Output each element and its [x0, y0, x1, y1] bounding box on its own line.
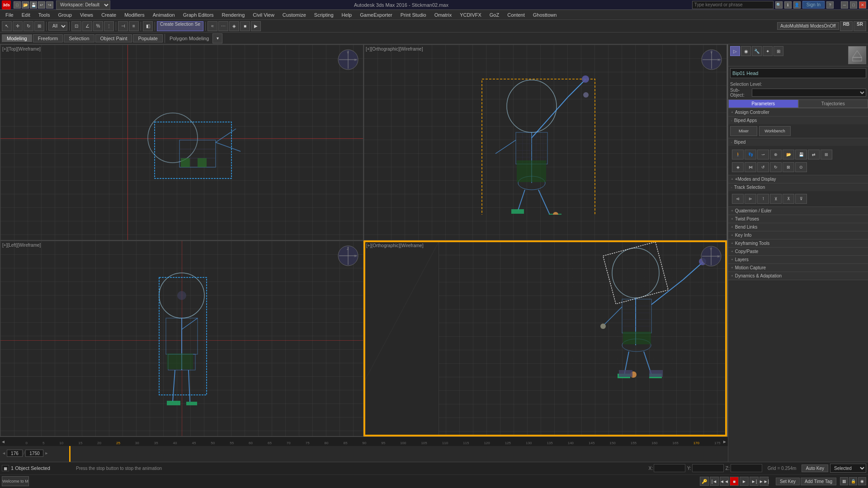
- viewport-topright[interactable]: [+][Orthographic][Wireframe]: [363, 44, 727, 240]
- menu-rendering[interactable]: Rendering: [218, 11, 249, 19]
- menu-omatrix[interactable]: Omatrix: [431, 11, 456, 19]
- menu-gameexporter[interactable]: GameExporter: [356, 11, 396, 19]
- y-input[interactable]: [692, 464, 724, 472]
- add-time-tag-btn[interactable]: Add Time Tag: [801, 478, 836, 485]
- section-header-twist[interactable]: + Twist Poses: [728, 215, 868, 223]
- tab-populate[interactable]: Populate: [133, 34, 162, 42]
- minimize-btn[interactable]: ─: [841, 1, 848, 9]
- search-btn[interactable]: 🔍: [775, 1, 783, 9]
- info-icon[interactable]: ℹ: [784, 1, 792, 9]
- workbench-btn[interactable]: Workbench: [759, 126, 791, 136]
- menu-animation[interactable]: Animation: [149, 11, 179, 19]
- create-icon-btn[interactable]: ✦: [763, 46, 773, 56]
- last-frame-btn[interactable]: ►►|: [760, 477, 769, 486]
- sub-menu-btn[interactable]: ▾: [212, 33, 222, 43]
- play-btn[interactable]: ►: [740, 477, 749, 486]
- menu-scripting[interactable]: Scripting: [311, 11, 337, 19]
- snap-btn[interactable]: ⊞: [821, 150, 832, 160]
- spinner-snap[interactable]: ⋮: [104, 21, 114, 31]
- snap-toggle[interactable]: ⊡: [71, 21, 81, 31]
- section-header-bend[interactable]: + Bend Links: [728, 223, 868, 231]
- section-header-track[interactable]: - Track Selection: [728, 183, 868, 191]
- open-btn[interactable]: 📂: [22, 1, 29, 9]
- mat-editor[interactable]: ◈: [229, 21, 239, 31]
- viewport-bottomleft[interactable]: [+][Left][Wireframe]: [0, 240, 363, 436]
- menu-tools[interactable]: Tools: [35, 11, 54, 19]
- menu-edit[interactable]: Edit: [18, 11, 34, 19]
- curve-editor[interactable]: ≈: [208, 21, 217, 31]
- tab-modeling[interactable]: Modeling: [2, 34, 32, 42]
- close-btn[interactable]: ✕: [859, 1, 866, 9]
- scale-btn[interactable]: ⊞: [34, 21, 44, 31]
- menu-create[interactable]: Create: [98, 11, 120, 19]
- sign-in-btn[interactable]: Sign In: [802, 1, 825, 9]
- select-btn[interactable]: ↖: [2, 21, 12, 31]
- total-frames-input[interactable]: [25, 450, 43, 457]
- section-header-layers[interactable]: + Layers: [728, 256, 868, 263]
- viewport-bottomright[interactable]: [+][Orthographic][Wireframe]: [363, 240, 727, 436]
- footstep-btn[interactable]: 👣: [745, 150, 756, 160]
- rb-btn[interactable]: RB: [840, 21, 853, 31]
- isolate-sel-btn[interactable]: ◉: [858, 477, 866, 485]
- biped-btn-r5[interactable]: ⊠: [783, 162, 794, 172]
- timeline-ruler[interactable]: ◄ 0 5 10 15 20 25 30 35: [0, 437, 728, 446]
- render-scene[interactable]: ■: [240, 21, 250, 31]
- menu-modifiers[interactable]: Modifiers: [121, 11, 148, 19]
- menu-customize[interactable]: Customize: [279, 11, 310, 19]
- track-btn-6[interactable]: ⊽: [795, 194, 807, 204]
- reference-coord-dropdown[interactable]: All: [48, 22, 67, 31]
- vp-label-topright[interactable]: [+][Orthographic][Wireframe]: [366, 47, 423, 52]
- prev-frame-btn[interactable]: ◄: [2, 451, 6, 455]
- key-filter-dropdown[interactable]: Selected: [830, 464, 866, 473]
- prev-key-btn[interactable]: |◄: [710, 477, 719, 486]
- next-key-btn[interactable]: ►|: [750, 477, 759, 486]
- biped-btn-r3[interactable]: ↺: [757, 162, 769, 172]
- auto-key-btn[interactable]: Auto Key: [802, 465, 828, 472]
- track-btn-4[interactable]: ⊻: [770, 194, 782, 204]
- track-btn-1[interactable]: ⊲: [732, 194, 744, 204]
- tab-freeform[interactable]: Freeform: [33, 34, 63, 42]
- mixer-mode-btn[interactable]: ⊕: [770, 150, 782, 160]
- menu-file[interactable]: File: [2, 11, 17, 19]
- biped-btn-r2[interactable]: ⋈: [745, 162, 756, 172]
- track-btn-2[interactable]: ⊳: [745, 194, 756, 204]
- create-selection-btn[interactable]: Create Selection Se: [157, 21, 203, 31]
- move-btn[interactable]: ✛: [13, 21, 23, 31]
- key-mode-btn[interactable]: 🔑: [700, 477, 709, 486]
- tab-object-paint[interactable]: Object Paint: [95, 34, 132, 42]
- figure-mode-btn[interactable]: 🚶: [732, 150, 744, 160]
- menu-graph-editors[interactable]: Graph Editors: [179, 11, 217, 19]
- timeline-left-arrow[interactable]: ◄: [1, 439, 5, 444]
- menu-ghostown[interactable]: Ghosttown: [529, 11, 561, 19]
- search-input[interactable]: [692, 1, 774, 9]
- menu-print-studio[interactable]: Print Studio: [397, 11, 430, 19]
- section-header-dynamics[interactable]: + Dynamics & Adaptation: [728, 272, 868, 280]
- rotate-btn[interactable]: ↻: [24, 21, 33, 31]
- stop-btn[interactable]: ■: [730, 477, 739, 486]
- modes-btn[interactable]: AutoMultiMatti ModesOnOff: [777, 22, 839, 30]
- biped-btn-r4[interactable]: ↻: [770, 162, 782, 172]
- tab-selection[interactable]: Selection: [64, 34, 94, 42]
- viewport-topleft[interactable]: [+][Top][Wireframe]: [0, 44, 363, 240]
- section-header-motion[interactable]: + Motion Capture: [728, 264, 868, 272]
- timeline-track[interactable]: ◄ / ►: [0, 446, 728, 462]
- viewport-lock-btn[interactable]: 🔒: [849, 477, 857, 485]
- menu-goz[interactable]: GoZ: [486, 11, 503, 19]
- schematic-view[interactable]: ⋯: [218, 21, 228, 31]
- vp-label-topleft[interactable]: [+][Top][Wireframe]: [2, 47, 41, 52]
- section-header-keyinfo[interactable]: + Key Info: [728, 231, 868, 239]
- percent-snap[interactable]: %: [93, 21, 103, 31]
- z-input[interactable]: [731, 464, 762, 472]
- mixer-btn[interactable]: Mixer: [730, 126, 757, 136]
- quick-render[interactable]: ▶: [251, 21, 261, 31]
- motion-flow-btn[interactable]: ⤻: [757, 150, 769, 160]
- redo-btn[interactable]: ↪: [46, 1, 53, 9]
- section-header-biped-apps[interactable]: - Biped Apps: [728, 117, 868, 124]
- next-frame-btn[interactable]: ►: [44, 451, 48, 455]
- section-header-biped[interactable]: - Biped: [728, 138, 868, 146]
- motion-icon-btn[interactable]: ▷: [730, 46, 740, 56]
- user-icon[interactable]: 👤: [793, 1, 801, 9]
- vp-label-bottomleft[interactable]: [+][Left][Wireframe]: [2, 243, 41, 248]
- object-name-input[interactable]: [730, 68, 866, 78]
- convert-btn[interactable]: ⇄: [808, 150, 820, 160]
